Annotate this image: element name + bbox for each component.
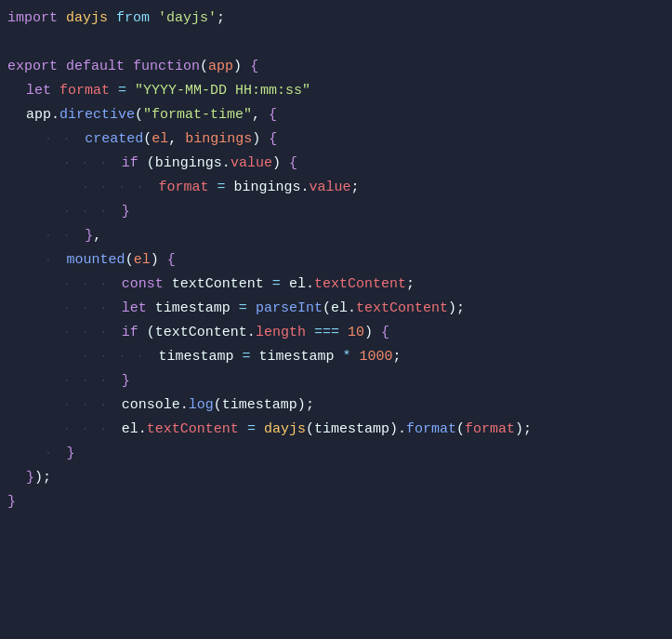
- code-token: "YYYY-MM-DD HH:mm:ss": [135, 80, 310, 102]
- code-token: [58, 7, 66, 30]
- code-token: ;: [393, 346, 402, 368]
- code-token: .: [398, 419, 406, 441]
- code-token: .: [51, 104, 59, 126]
- code-token: dayjs: [264, 419, 306, 441]
- indent-dots: · · ·: [63, 154, 118, 174]
- indent-dots: ·: [45, 445, 63, 464]
- code-token: (: [135, 104, 143, 126]
- code-token: =: [118, 80, 126, 102]
- code-token: }: [85, 225, 93, 247]
- code-line: · · },: [0, 225, 672, 249]
- code-token: value: [231, 153, 272, 175]
- code-token: .: [348, 298, 356, 320]
- code-line: · · · el.textContent = dayjs(timestamp).…: [0, 419, 672, 443]
- code-token: textContent: [147, 419, 239, 441]
- code-token: ;: [351, 177, 360, 199]
- code-token: {: [289, 153, 297, 175]
- code-token: =: [242, 346, 250, 368]
- code-token: 10: [348, 322, 364, 344]
- indent-dots: · · ·: [63, 203, 118, 222]
- code-token: value: [310, 177, 351, 199]
- code-token: let: [122, 298, 147, 320]
- code-token: {: [250, 56, 258, 78]
- indent-dots: · · ·: [63, 372, 118, 392]
- code-token: timestamp: [147, 298, 239, 320]
- code-token: (: [138, 153, 155, 175]
- code-token: (: [143, 128, 152, 151]
- code-token: parseInt: [256, 298, 323, 320]
- code-token: from: [116, 7, 150, 30]
- code-token: [247, 298, 256, 320]
- code-token: [351, 346, 360, 368]
- code-line: }: [0, 491, 672, 515]
- code-token: =: [217, 177, 225, 199]
- code-token: =: [247, 419, 256, 441]
- code-line: · · created(el, bingings) {: [0, 128, 672, 153]
- indent-dots: · ·: [45, 130, 81, 150]
- code-token: bingings: [225, 177, 300, 199]
- code-line: · · · }: [0, 201, 672, 225]
- code-token: ;: [406, 273, 415, 296]
- code-token: [339, 322, 348, 344]
- code-line: · · · }: [0, 370, 672, 394]
- code-token: =: [239, 298, 247, 320]
- code-token: ): [364, 322, 381, 344]
- code-token: .: [306, 273, 314, 296]
- code-token: const: [122, 273, 164, 296]
- code-token: (timestamp);: [214, 394, 314, 417]
- indent-dots: · · · ·: [82, 348, 154, 367]
- code-token: ,: [93, 225, 101, 247]
- code-token: [110, 80, 118, 102]
- code-token: {: [381, 322, 389, 344]
- code-editor: import dayjs from 'dayjs';export default…: [0, 0, 672, 639]
- code-token: ===: [314, 322, 339, 344]
- code-line: · · · console.log(timestamp);: [0, 394, 672, 419]
- code-token: }: [7, 491, 16, 513]
- code-token: textContent: [164, 273, 272, 296]
- code-token: [256, 419, 264, 441]
- code-token: ): [252, 128, 269, 151]
- code-token: ): [233, 56, 250, 78]
- code-token: log: [189, 394, 214, 417]
- code-token: (: [125, 249, 134, 272]
- code-token: function: [133, 56, 200, 78]
- code-token: 'dayjs': [158, 7, 217, 30]
- code-token: .: [180, 394, 189, 417]
- code-token: [108, 7, 116, 30]
- code-token: (: [200, 56, 208, 78]
- code-token: (el: [323, 298, 348, 320]
- code-line: [0, 32, 672, 56]
- indent-dots: · · ·: [63, 324, 118, 343]
- code-line: · · · · timestamp = timestamp * 1000;: [0, 346, 672, 370]
- code-token: {: [269, 104, 277, 126]
- code-token: *: [342, 346, 350, 368]
- code-token: (: [456, 419, 465, 441]
- code-token: (timestamp): [306, 419, 398, 441]
- code-line: · }: [0, 443, 672, 467]
- code-token: [150, 7, 158, 30]
- code-token: textContent: [314, 273, 406, 296]
- code-token: [208, 177, 217, 199]
- code-token: .: [138, 419, 147, 441]
- code-token: directive: [59, 104, 135, 126]
- code-token: export: [7, 56, 58, 78]
- code-token: app: [26, 104, 51, 126]
- code-token: format: [158, 177, 208, 199]
- code-token: el: [281, 273, 306, 296]
- code-token: (textContent: [138, 322, 247, 344]
- code-token: if: [122, 322, 138, 344]
- indent-dots: · · ·: [63, 275, 118, 295]
- indent-dots: · · ·: [63, 300, 118, 319]
- code-token: bingings: [185, 128, 252, 151]
- code-line: · · · let timestamp = parseInt(el.textCo…: [0, 298, 672, 322]
- code-line: · mounted(el) {: [0, 249, 672, 273]
- code-token: created: [85, 128, 143, 151]
- code-token: .: [222, 153, 231, 175]
- code-token: }: [122, 201, 130, 223]
- code-token: {: [269, 128, 277, 151]
- code-token: "format-time": [143, 104, 252, 126]
- code-token: }: [67, 443, 75, 465]
- code-token: format: [465, 419, 515, 441]
- code-line: app.directive("format-time", {: [0, 104, 672, 128]
- code-token: el: [122, 419, 138, 441]
